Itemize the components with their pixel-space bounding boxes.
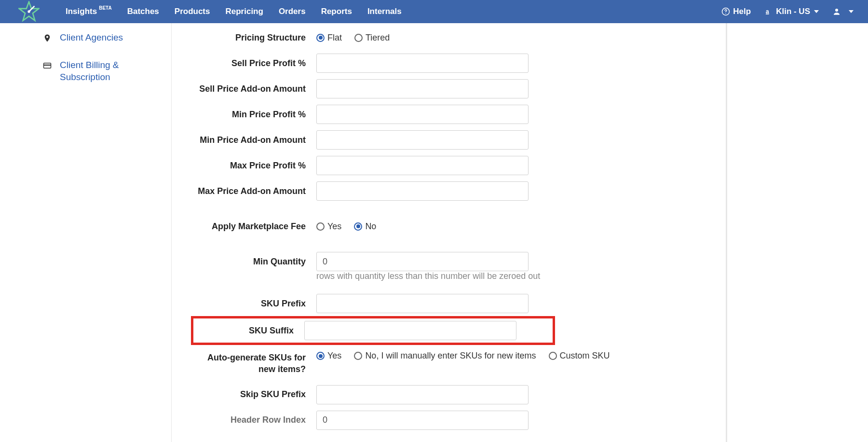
- map-marker-icon: [42, 34, 52, 45]
- page-body: Client Agencies Client Billing & Subscri…: [0, 23, 743, 442]
- settings-form: Pricing Structure Flat Tiered Sell Price…: [172, 23, 743, 442]
- user-icon: [832, 7, 841, 16]
- input-max-addon[interactable]: [316, 181, 529, 201]
- input-max-profit[interactable]: [316, 156, 529, 175]
- row-auto-sku: Auto-generate SKUs for new items? Yes No…: [191, 351, 733, 375]
- star-logo-icon: [18, 1, 40, 22]
- input-sku-prefix[interactable]: [316, 294, 529, 313]
- row-pricing-structure: Pricing Structure Flat Tiered: [191, 28, 733, 47]
- highlighted-sku-suffix: SKU Suffix: [191, 316, 555, 345]
- radio-flat[interactable]: Flat: [316, 33, 342, 43]
- row-min-addon: Min Price Add-on Amount: [191, 130, 733, 150]
- help-label: Help: [733, 7, 751, 16]
- sidebar: Client Agencies Client Billing & Subscri…: [0, 23, 172, 442]
- radio-autosku-custom[interactable]: Custom SKU: [549, 351, 610, 361]
- radio-fee-no[interactable]: No: [354, 221, 376, 232]
- row-max-addon: Max Price Add-on Amount: [191, 181, 733, 201]
- help-link[interactable]: Help: [721, 7, 751, 16]
- input-sku-suffix[interactable]: [304, 321, 516, 340]
- input-sell-addon[interactable]: [316, 79, 529, 98]
- radio-input-autosku-yes[interactable]: [316, 352, 325, 360]
- radio-input-tiered[interactable]: [354, 34, 363, 42]
- account-label: Klin - US: [776, 7, 810, 16]
- row-skip-sku-prefix: Skip SKU Prefix: [191, 385, 733, 404]
- radio-input-autosku-custom[interactable]: [549, 352, 557, 360]
- amazon-icon: a: [764, 7, 773, 16]
- row-min-qty: Min Quantity: [191, 252, 733, 271]
- top-navbar: Insights BETA Batches Products Repricing…: [0, 0, 868, 23]
- radio-input-fee-no[interactable]: [354, 222, 362, 231]
- nav-reports[interactable]: Reports: [313, 0, 360, 23]
- question-circle-icon: [721, 7, 730, 16]
- svg-text:a: a: [766, 8, 769, 15]
- radio-tiered[interactable]: Tiered: [354, 33, 390, 43]
- radio-input-flat[interactable]: [316, 34, 325, 42]
- row-sell-addon: Sell Price Add-on Amount: [191, 79, 733, 98]
- main-nav: Insights BETA Batches Products Repricing…: [58, 0, 409, 23]
- radio-input-autosku-no[interactable]: [354, 352, 362, 360]
- row-min-profit: Min Price Profit %: [191, 105, 733, 124]
- row-max-profit: Max Price Profit %: [191, 156, 733, 175]
- row-header-row-index: Header Row Index: [191, 411, 733, 430]
- nav-internals[interactable]: Internals: [360, 0, 409, 23]
- svg-rect-7: [44, 65, 51, 66]
- row-apply-fee: Apply Marketplace Fee Yes No: [191, 217, 733, 236]
- row-sell-profit: Sell Price Profit %: [191, 54, 733, 73]
- app-logo[interactable]: [0, 0, 58, 23]
- radio-autosku-yes[interactable]: Yes: [316, 351, 341, 361]
- svg-point-5: [835, 9, 838, 12]
- radio-input-fee-yes[interactable]: [316, 222, 325, 231]
- input-min-profit[interactable]: [316, 105, 529, 124]
- radio-autosku-no[interactable]: No, I will manually enter SKUs for new i…: [354, 351, 536, 361]
- account-dropdown[interactable]: a Klin - US: [764, 7, 819, 16]
- sidebar-item-client-billing[interactable]: Client Billing & Subscription: [42, 59, 158, 83]
- radio-fee-yes[interactable]: Yes: [316, 221, 341, 232]
- input-min-addon[interactable]: [316, 130, 529, 150]
- nav-insights[interactable]: Insights BETA: [58, 0, 120, 23]
- nav-orders[interactable]: Orders: [271, 0, 313, 23]
- credit-card-icon: [42, 61, 52, 72]
- user-menu[interactable]: [832, 7, 854, 16]
- nav-repricing[interactable]: Repricing: [217, 0, 271, 23]
- nav-badge: BETA: [99, 5, 111, 11]
- row-sku-prefix: SKU Prefix: [191, 294, 733, 313]
- input-skip-sku-prefix[interactable]: [316, 385, 529, 404]
- label-pricing-structure: Pricing Structure: [191, 32, 316, 43]
- sidebar-item-client-agencies[interactable]: Client Agencies: [42, 32, 158, 45]
- nav-products[interactable]: Products: [167, 0, 218, 23]
- input-header-row-index[interactable]: [316, 411, 529, 430]
- sidebar-label: Client Billing & Subscription: [60, 59, 158, 83]
- input-sell-profit[interactable]: [316, 54, 529, 73]
- nav-label: Insights: [66, 7, 97, 16]
- help-min-qty: rows with quantity less than this number…: [316, 271, 733, 281]
- topbar-right: Help a Klin - US: [721, 7, 858, 16]
- caret-down-icon: [814, 10, 819, 13]
- input-min-qty[interactable]: [316, 252, 529, 271]
- panel-divider: [726, 23, 727, 442]
- sidebar-label: Client Agencies: [60, 32, 123, 44]
- svg-point-2: [27, 10, 30, 13]
- caret-down-icon: [849, 10, 854, 13]
- nav-batches[interactable]: Batches: [120, 0, 167, 23]
